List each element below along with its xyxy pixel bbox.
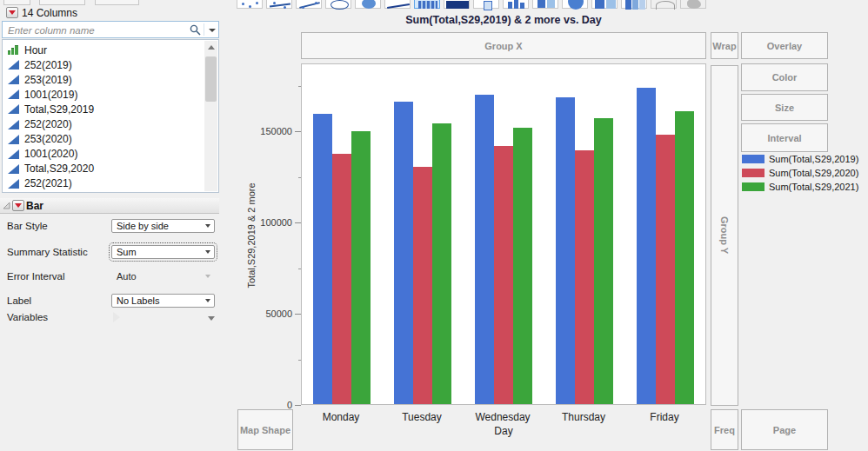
y-major-tick bbox=[295, 314, 301, 315]
drop-zone-wrap[interactable]: Wrap bbox=[711, 32, 738, 59]
blue-ramp-icon bbox=[8, 120, 19, 129]
legend-entry[interactable]: Sum(Total,S29,2020) bbox=[742, 168, 858, 178]
drop-zone-color[interactable]: Color bbox=[741, 63, 828, 91]
y-minor-tick bbox=[298, 86, 301, 87]
column-name: 252(2019) bbox=[24, 59, 72, 71]
column-name: Hour bbox=[24, 44, 47, 56]
bar-style-label: Bar Style bbox=[7, 219, 48, 233]
drop-zone-group-y[interactable]: Group Y bbox=[711, 65, 738, 406]
bar-friday-2021[interactable] bbox=[675, 111, 694, 404]
bar-monday-2021[interactable] bbox=[351, 131, 371, 404]
histogram-icon[interactable] bbox=[503, 0, 529, 9]
bar-tuesday-2021[interactable] bbox=[432, 123, 451, 404]
search-divider bbox=[204, 23, 204, 36]
column-item[interactable]: 253(2020) bbox=[3, 132, 206, 147]
legend-entry[interactable]: Sum(Total,S29,2019) bbox=[742, 154, 858, 164]
line-of-fit-icon[interactable] bbox=[296, 0, 322, 9]
drop-zone-overlay[interactable]: Overlay bbox=[741, 32, 828, 59]
bar-tuesday-2020[interactable] bbox=[413, 167, 432, 404]
chevron-down-icon bbox=[205, 224, 210, 228]
blue-ramp-icon bbox=[8, 104, 19, 114]
plot-area[interactable] bbox=[301, 63, 706, 405]
drop-zone-page[interactable]: Page bbox=[741, 409, 828, 450]
x-tick-label: Tuesday bbox=[378, 411, 465, 423]
graph-builder-window: 14 Columns Hour252(2019)253(2019)1001(20… bbox=[0, 0, 868, 451]
bar-wednesday-2019[interactable] bbox=[475, 95, 494, 404]
drop-zone-map-shape[interactable]: Map Shape bbox=[237, 409, 293, 450]
search-input[interactable] bbox=[4, 23, 180, 38]
bar-monday-2020[interactable] bbox=[332, 154, 351, 404]
mosaic-icon[interactable] bbox=[621, 0, 647, 9]
bar-thursday-2021[interactable] bbox=[594, 118, 613, 404]
bar-friday-2020[interactable] bbox=[656, 135, 675, 404]
search-icon[interactable] bbox=[190, 24, 201, 36]
drop-zone-size[interactable]: Size bbox=[741, 94, 828, 121]
bar-icon[interactable] bbox=[414, 0, 440, 9]
y-minor-tick bbox=[298, 360, 301, 361]
legend-swatch bbox=[742, 169, 765, 177]
line-icon[interactable] bbox=[384, 0, 411, 9]
bar-thursday-2020[interactable] bbox=[575, 150, 594, 404]
bar-friday-2019[interactable] bbox=[637, 88, 656, 404]
points-icon[interactable] bbox=[237, 0, 263, 9]
pie-icon[interactable] bbox=[562, 0, 588, 9]
bar-section-header: Bar bbox=[0, 198, 219, 214]
column-name: 1001(2020) bbox=[24, 148, 77, 160]
column-item[interactable]: 252(2021) bbox=[3, 176, 206, 191]
columns-header: 14 Columns bbox=[22, 7, 77, 19]
column-item[interactable]: Hour bbox=[3, 43, 206, 57]
smoother-icon[interactable] bbox=[266, 0, 292, 9]
variables-expand-icon[interactable] bbox=[113, 312, 120, 322]
bar-thursday-2019[interactable] bbox=[556, 97, 575, 404]
column-item[interactable]: Total,S29,2020 bbox=[3, 162, 206, 176]
column-list-scrollbar[interactable] bbox=[204, 41, 217, 191]
map-shape-icon[interactable] bbox=[680, 0, 706, 9]
blue-ramp-icon bbox=[8, 164, 19, 174]
heatmap-icon[interactable] bbox=[532, 0, 558, 9]
drop-zone-group-x[interactable]: Group X bbox=[301, 32, 706, 59]
column-item[interactable]: 252(2020) bbox=[3, 117, 206, 132]
cutoff-button-stub[interactable] bbox=[39, 0, 85, 5]
scroll-down-icon[interactable] bbox=[208, 316, 215, 321]
column-name: 253(2019) bbox=[24, 74, 72, 86]
y-axis-title: Total,S29,2019 & 2 more bbox=[246, 184, 259, 289]
blue-ramp-icon bbox=[8, 149, 19, 159]
bar-wednesday-2021[interactable] bbox=[513, 128, 532, 404]
cutoff-button-stub[interactable] bbox=[95, 0, 139, 5]
box-plot-icon[interactable] bbox=[473, 0, 499, 9]
column-item[interactable]: 1001(2020) bbox=[3, 147, 206, 162]
chart-title: Sum(Total,S29,2019) & 2 more vs. Day bbox=[301, 14, 706, 26]
scroll-up-icon[interactable] bbox=[208, 45, 215, 50]
column-name: 1001(2019) bbox=[24, 89, 77, 101]
column-item[interactable]: 252(2019) bbox=[3, 57, 206, 72]
label-select[interactable]: No Labels bbox=[111, 294, 215, 308]
contour-icon[interactable] bbox=[355, 0, 381, 9]
bar-style-select[interactable]: Side by side bbox=[111, 219, 215, 233]
treemap-icon[interactable] bbox=[591, 0, 618, 9]
formula-icon[interactable] bbox=[651, 0, 677, 9]
area-icon[interactable] bbox=[444, 0, 470, 9]
column-name: Total,S29,2020 bbox=[24, 162, 94, 175]
column-item[interactable]: Total,S29,2019 bbox=[3, 102, 206, 116]
column-item[interactable]: 1001(2019) bbox=[3, 87, 206, 102]
bar-tuesday-2019[interactable] bbox=[394, 102, 413, 404]
error-interval-select[interactable]: Auto bbox=[111, 269, 215, 283]
chevron-down-icon bbox=[205, 299, 210, 302]
cutoff-button-stub[interactable] bbox=[3, 0, 30, 5]
y-major-tick bbox=[295, 405, 301, 406]
bar-red-triangle-button[interactable] bbox=[12, 200, 24, 211]
bar-monday-2019[interactable] bbox=[313, 114, 332, 404]
drop-zone-interval[interactable]: Interval bbox=[741, 123, 828, 152]
legend-entry[interactable]: Sum(Total,S29,2021) bbox=[742, 182, 858, 192]
columns-red-triangle-button[interactable] bbox=[6, 7, 18, 18]
search-dropdown-icon[interactable] bbox=[209, 29, 216, 32]
bar-section-title: Bar bbox=[26, 200, 43, 212]
ellipse-icon[interactable] bbox=[325, 0, 351, 9]
bar-wednesday-2020[interactable] bbox=[494, 146, 513, 404]
scrollbar-thumb[interactable] bbox=[205, 56, 217, 102]
drop-zone-freq[interactable]: Freq bbox=[711, 409, 738, 450]
legend-swatch bbox=[742, 182, 765, 191]
collapse-section-icon[interactable] bbox=[3, 202, 10, 209]
summary-statistic-select[interactable]: Sum bbox=[111, 245, 215, 259]
column-item[interactable]: 253(2019) bbox=[3, 72, 206, 87]
